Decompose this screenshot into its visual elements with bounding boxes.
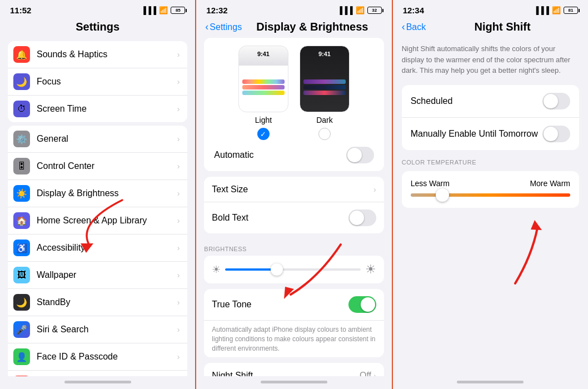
color-temp-card: Less Warm More Warm (402, 171, 579, 208)
faceid-label: Face ID & Passcode (37, 352, 177, 362)
automatic-toggle[interactable] (346, 147, 374, 163)
night-shift-chevron: › (373, 371, 376, 376)
home-screen-icon: 🏠 (13, 212, 30, 229)
sounds-label: Sounds & Haptics (37, 49, 177, 59)
automatic-label: Automatic (214, 150, 253, 160)
sidebar-item-wallpaper[interactable]: 🖼 Wallpaper › (8, 262, 187, 289)
brightness-slider[interactable] (225, 268, 360, 271)
nav-bar-p2: ‹ Settings Display & Brightness (196, 18, 391, 38)
faceid-icon: 👤 (13, 348, 30, 365)
chevron-focus: › (177, 77, 180, 86)
sidebar-item-home-screen[interactable]: 🏠 Home Screen & App Library › (8, 207, 187, 235)
control-center-icon: 🎛 (13, 158, 30, 174)
screen-time-label: Screen Time (37, 104, 177, 114)
back-button-p2[interactable]: ‹ Settings (205, 21, 242, 33)
true-tone-toggle[interactable] (348, 296, 376, 313)
chevron-display: › (177, 189, 180, 198)
chevron-wallpaper: › (177, 271, 180, 280)
scheduled-label: Scheduled (411, 96, 453, 106)
sidebar-item-general[interactable]: ⚙️ General › (8, 126, 187, 153)
sidebar-item-accessibility[interactable]: ♿ Accessibility › (8, 235, 187, 262)
dark-label: Dark (316, 116, 333, 124)
bold-text-row[interactable]: Bold Text (204, 202, 383, 233)
stripe-3 (242, 91, 285, 95)
stripe-2 (242, 85, 285, 89)
chevron-faceid: › (177, 352, 180, 361)
true-tone-label: True Tone (212, 300, 251, 310)
wifi-icon-p2: 📶 (356, 6, 365, 14)
brightness-thumb (271, 263, 283, 276)
scheduled-toggle[interactable] (542, 93, 570, 109)
bold-text-toggle[interactable] (348, 210, 376, 226)
battery-level-p3: 81 (569, 8, 574, 13)
accessibility-label: Accessibility (37, 243, 177, 253)
status-icons-p2: ▐▐▐ 📶 32 (337, 6, 382, 14)
night-shift-description: Night Shift automatically shifts the col… (402, 38, 579, 85)
page-title-p1: Settings (9, 21, 186, 33)
sounds-icon: 🔔 (13, 46, 30, 63)
brightness-high-icon: ☀ (365, 262, 376, 277)
settings-panel: 11:52 ▐▐▐ 📶 85 Settings 🔔 Sounds & Hapti… (0, 0, 195, 389)
battery-icon-p1: 85 (171, 7, 185, 14)
sidebar-item-faceid[interactable]: 👤 Face ID & Passcode › (8, 343, 187, 371)
back-chevron-p2: ‹ (205, 21, 208, 33)
night-shift-row[interactable]: Night Shift Off › (204, 363, 383, 376)
back-button-p3[interactable]: ‹ Back (402, 21, 426, 33)
status-icons-p1: ▐▐▐ 📶 85 (141, 6, 186, 14)
text-size-row[interactable]: Text Size › (204, 177, 383, 202)
status-bar-panel1: 11:52 ▐▐▐ 📶 85 (0, 0, 195, 18)
preview-stripes-dark (300, 78, 349, 112)
back-label-p2: Settings (210, 22, 242, 32)
sidebar-item-control-center[interactable]: 🎛 Control Center › (8, 153, 187, 180)
sidebar-item-sounds[interactable]: 🔔 Sounds & Haptics › (8, 41, 187, 68)
wallpaper-label: Wallpaper (37, 270, 177, 280)
control-center-label: Control Center (37, 161, 177, 171)
standby-label: StandBy (37, 297, 177, 307)
scheduled-knob (544, 94, 558, 108)
screen-time-icon: ⏱ (13, 101, 30, 117)
chevron-screen-time: › (177, 104, 180, 113)
battery-level-p2: 32 (372, 8, 377, 13)
manually-enable-row[interactable]: Manually Enable Until Tomorrow (402, 118, 579, 150)
back-label-p3: Back (406, 22, 426, 32)
light-label: Light (255, 116, 272, 124)
nav-bar-p3: ‹ Back Night Shift (393, 18, 588, 38)
color-temp-labels: Less Warm More Warm (411, 179, 570, 188)
bold-text-knob (350, 211, 364, 225)
scheduled-row[interactable]: Scheduled (402, 85, 579, 118)
sidebar-item-screen-time[interactable]: ⏱ Screen Time › (8, 96, 187, 122)
true-tone-card: True Tone Automatically adapt iPhone dis… (204, 289, 383, 357)
night-shift-value: Off › (360, 371, 376, 376)
sidebar-item-siri[interactable]: 🎤 Siri & Search › (8, 316, 187, 343)
battery-level-p1: 85 (176, 8, 181, 13)
sidebar-item-emergency[interactable]: SOS Emergency SOS › (8, 371, 187, 376)
wifi-icon-p3: 📶 (552, 6, 561, 14)
preview-time-light: 9:41 (257, 51, 270, 57)
dark-option[interactable]: 9:41 Dark (300, 46, 350, 140)
dark-check (318, 128, 331, 140)
night-shift-off: Off (360, 371, 371, 376)
brightness-section-label: BRIGHTNESS (204, 239, 383, 256)
light-check: ✓ (257, 128, 270, 140)
night-shift-options-card: Scheduled Manually Enable Until Tomorrow (402, 85, 579, 150)
chevron-control-center: › (177, 162, 180, 171)
settings-group-2: ⚙️ General › 🎛 Control Center › ☀️ Displ… (8, 126, 187, 376)
wallpaper-icon: 🖼 (13, 267, 30, 283)
focus-label: Focus (37, 77, 177, 87)
standby-icon: 🌙 (13, 294, 30, 311)
brightness-card: ☀ ☀ (204, 256, 383, 283)
sidebar-item-focus[interactable]: 🌙 Focus › (8, 68, 187, 96)
sidebar-item-display[interactable]: ☀️ Display & Brightness › (8, 180, 187, 207)
sidebar-item-standby[interactable]: 🌙 StandBy › (8, 289, 187, 316)
night-shift-label: Night Shift (212, 371, 253, 376)
color-temp-section-label: COLOR TEMPERATURE (402, 159, 579, 166)
siri-label: Siri & Search (37, 325, 177, 335)
true-tone-desc: Automatically adapt iPhone display colou… (204, 321, 383, 357)
color-temp-slider[interactable] (411, 193, 570, 197)
text-options-card: Text Size › Bold Text (204, 177, 383, 233)
text-size-label: Text Size (212, 184, 248, 194)
stripe-d1 (303, 79, 346, 84)
manually-enable-toggle[interactable] (542, 126, 570, 142)
light-option[interactable]: 9:41 Light ✓ (238, 46, 288, 140)
settings-group-1: 🔔 Sounds & Haptics › 🌙 Focus › ⏱ Screen … (8, 41, 187, 122)
